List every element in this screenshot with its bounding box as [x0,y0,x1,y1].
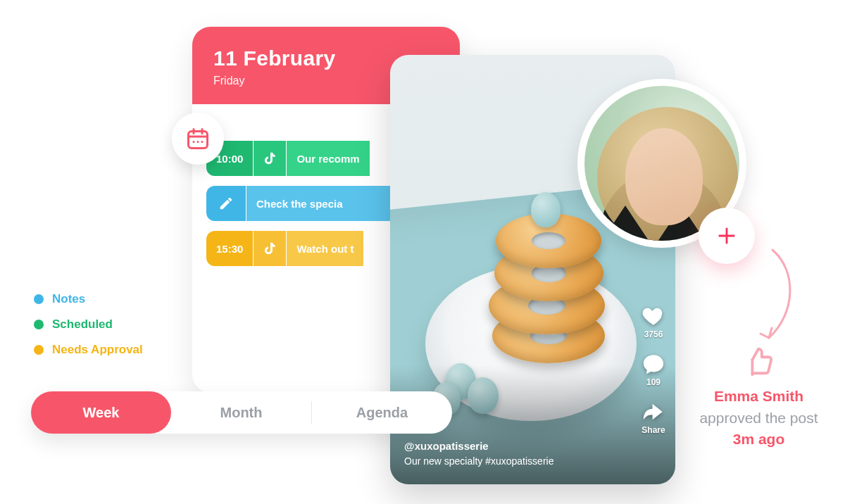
legend-scheduled: Scheduled [34,317,143,332]
comment-button[interactable]: 109 [641,352,665,387]
plus-icon [715,224,739,248]
legend-needs-approval: Needs Approval [34,343,143,357]
legend-notes: Notes [34,292,143,306]
like-button[interactable]: 3756 [641,304,665,339]
share-button[interactable]: Share [641,400,665,435]
post-caption: @xuxopatisserie Our new specialty #xuxop… [404,439,553,470]
calendar-icon [172,113,224,165]
post-actions: 3756 109 Share [641,304,665,435]
event-time: 15:30 [206,231,253,266]
comment-count: 109 [646,377,661,387]
event-title: Our recomm [287,141,369,176]
arrow-icon [748,243,804,351]
reviewer-name: Emma Smith [714,388,803,404]
thumbs-up-icon [690,345,827,382]
tiktok-icon [254,231,286,266]
tab-month[interactable]: Month [171,405,311,421]
dot-icon [34,320,44,329]
legend-label: Needs Approval [52,343,143,357]
view-toggle: Week Month Agenda [31,391,452,434]
svg-rect-0 [189,132,208,149]
legend: Notes Scheduled Needs Approval [34,292,143,357]
tab-week[interactable]: Week [31,391,171,434]
svg-point-2 [197,141,199,143]
post-handle: @xuxopatisserie [404,439,553,455]
legend-label: Scheduled [52,317,113,332]
approval-status: Emma Smith approved the post 3m ago [690,345,827,451]
post-text: Our new specialty #xuxopatisserie [404,454,553,469]
legend-label: Notes [52,292,85,306]
dot-icon [34,345,44,355]
approval-time: 3m ago [733,431,785,447]
svg-point-3 [201,141,204,143]
svg-point-1 [193,141,195,143]
pencil-icon [206,186,246,221]
tab-agenda[interactable]: Agenda [312,405,452,421]
share-label: Share [641,425,665,435]
event-title: Watch out t [287,231,363,266]
dot-icon [34,294,44,304]
approval-text: approved the post [699,410,818,426]
add-button[interactable] [699,208,755,264]
like-count: 3756 [644,329,663,339]
tiktok-icon [254,141,286,176]
